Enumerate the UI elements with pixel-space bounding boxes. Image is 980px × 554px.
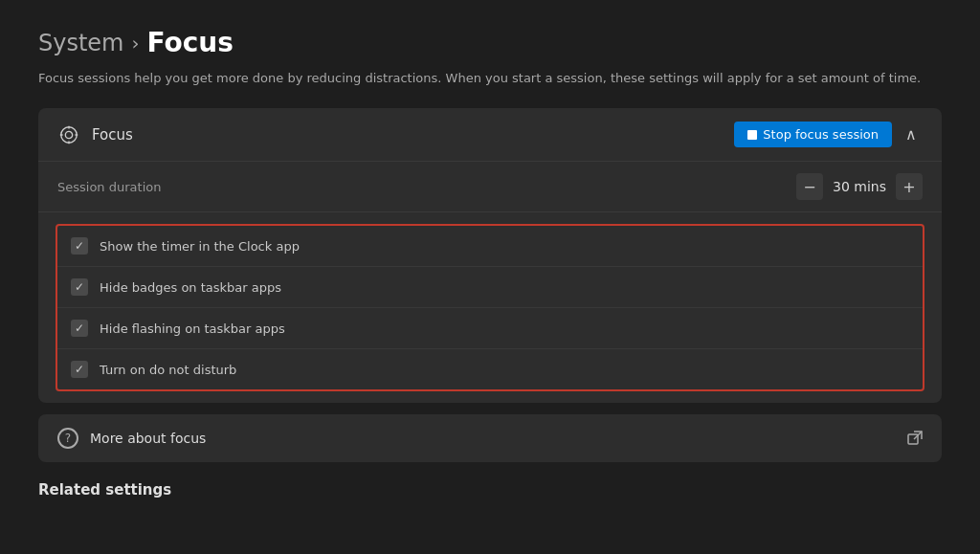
breadcrumb-system[interactable]: System xyxy=(38,30,124,56)
question-icon: ? xyxy=(57,428,78,449)
duration-value: 30 mins xyxy=(833,179,886,194)
session-duration-row: Session duration − 30 mins + xyxy=(38,162,942,212)
card-header-left: Focus xyxy=(57,123,133,146)
stop-button-label: Stop focus session xyxy=(763,127,879,142)
focus-card: Focus Stop focus session ∧ Session durat… xyxy=(38,108,942,403)
option-label-badges: Hide badges on taskbar apps xyxy=(100,280,281,295)
option-row-badges: ✓ Hide badges on taskbar apps xyxy=(57,267,923,308)
option-row-timer: ✓ Show the timer in the Clock app xyxy=(57,226,923,267)
breadcrumb-separator: › xyxy=(132,32,140,55)
options-section: ✓ Show the timer in the Clock app ✓ Hide… xyxy=(56,224,924,391)
breadcrumb: System › Focus xyxy=(38,27,942,58)
decrease-duration-button[interactable]: − xyxy=(796,173,823,200)
page-description: Focus sessions help you get more done by… xyxy=(38,70,942,87)
duration-controls: − 30 mins + xyxy=(796,173,923,200)
option-label-flashing: Hide flashing on taskbar apps xyxy=(100,321,285,336)
option-label-dnd: Turn on do not disturb xyxy=(100,363,236,377)
increase-duration-button[interactable]: + xyxy=(896,173,923,200)
checkmark-dnd-icon: ✓ xyxy=(75,364,84,375)
external-link-icon[interactable] xyxy=(907,431,923,446)
stop-focus-session-button[interactable]: Stop focus session xyxy=(734,122,892,147)
more-focus-label: More about focus xyxy=(90,431,206,446)
option-row-dnd: ✓ Turn on do not disturb xyxy=(57,349,923,389)
focus-icon xyxy=(57,123,80,146)
checkbox-dnd[interactable]: ✓ xyxy=(71,361,88,378)
option-row-flashing: ✓ Hide flashing on taskbar apps xyxy=(57,308,923,349)
checkmark-badges-icon: ✓ xyxy=(75,281,84,293)
option-label-timer: Show the timer in the Clock app xyxy=(100,239,300,254)
card-title: Focus xyxy=(92,126,133,144)
chevron-up-icon: ∧ xyxy=(905,125,917,144)
card-header: Focus Stop focus session ∧ xyxy=(38,108,942,162)
checkbox-badges[interactable]: ✓ xyxy=(71,278,88,296)
session-duration-label: Session duration xyxy=(57,180,161,194)
checkmark-timer-icon: ✓ xyxy=(75,240,84,252)
related-settings-heading: Related settings xyxy=(38,481,942,499)
duration-unit: mins xyxy=(854,179,886,194)
stop-icon xyxy=(747,130,757,140)
related-settings-label: Related settings xyxy=(38,477,171,502)
more-focus-card[interactable]: ? More about focus xyxy=(38,414,942,462)
duration-number: 30 xyxy=(833,179,850,194)
svg-point-0 xyxy=(61,126,78,143)
svg-point-1 xyxy=(65,131,72,138)
checkbox-flashing[interactable]: ✓ xyxy=(71,320,88,337)
card-header-right: Stop focus session ∧ xyxy=(734,122,923,147)
checkbox-timer[interactable]: ✓ xyxy=(71,237,88,255)
collapse-button[interactable]: ∧ xyxy=(900,122,923,147)
breadcrumb-current: Focus xyxy=(147,27,234,58)
checkmark-flashing-icon: ✓ xyxy=(75,322,84,334)
more-focus-left: ? More about focus xyxy=(57,428,206,449)
